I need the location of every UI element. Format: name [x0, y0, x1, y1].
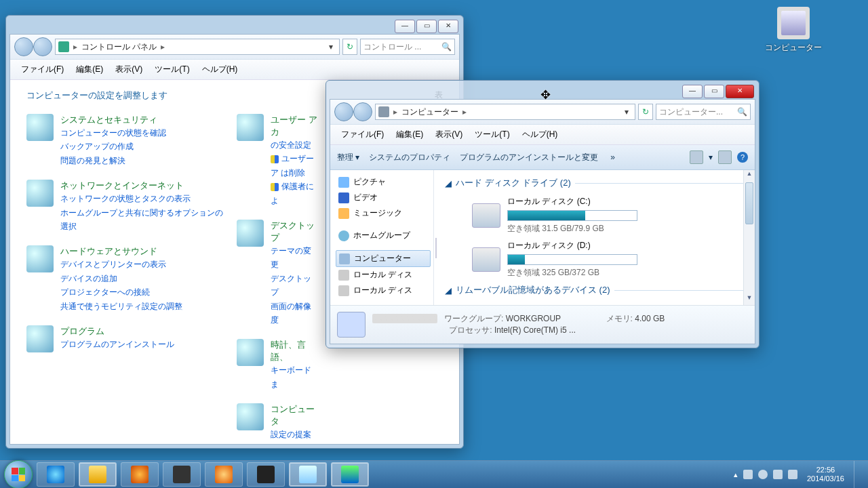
taskbar-clock[interactable]: 22:56 2014/03/16 — [807, 466, 844, 483]
titlebar[interactable]: — ▭ ✕ — [9, 19, 460, 34]
tray-volume-icon[interactable] — [788, 470, 797, 479]
category-link[interactable]: ユーザー ア は削除 — [271, 152, 318, 180]
category-link[interactable]: デスクトップ — [271, 272, 318, 300]
menu-edit[interactable]: 編集(E) — [71, 62, 108, 77]
scroll-up-icon[interactable]: ▲ — [744, 170, 755, 181]
address-dropdown[interactable]: ▾ — [326, 42, 336, 52]
desktop-computer-icon[interactable]: コンピューター — [760, 7, 827, 54]
taskbar-media-player[interactable] — [121, 462, 159, 487]
category-link[interactable]: ネットワークの状態とタスクの表示 — [60, 192, 223, 205]
drive-name: ローカル ディスク (C:) — [507, 196, 637, 207]
category-link[interactable]: 画面の解像度 — [271, 300, 318, 327]
close-button[interactable]: ✕ — [726, 85, 754, 98]
help-icon[interactable]: ? — [737, 152, 748, 163]
preview-pane-icon[interactable] — [718, 150, 732, 164]
category-link[interactable]: キーボードま — [271, 363, 318, 391]
refresh-button[interactable]: ↻ — [638, 104, 653, 120]
forward-button[interactable] — [33, 37, 52, 56]
drive-c[interactable]: ローカル ディスク (C:) 空き領域 31.5 GB/79.9 GB — [472, 196, 748, 235]
group-removable[interactable]: ◢ リムーバブル記憶域があるデバイス (2) — [445, 284, 748, 296]
nav-homegroup[interactable]: ホームグループ — [336, 228, 431, 243]
category-title[interactable]: ユーザー アカ — [271, 114, 318, 138]
close-button[interactable]: ✕ — [438, 20, 458, 33]
menu-edit[interactable]: 編集(E) — [391, 127, 429, 142]
menu-tools[interactable]: ツール(T) — [149, 62, 195, 77]
category-title[interactable]: デスクトップ — [271, 220, 318, 244]
category-link[interactable]: バックアップの作成 — [60, 140, 166, 153]
chevron-down-icon[interactable]: ▾ — [709, 152, 713, 162]
category-title[interactable]: ネットワークとインターネット — [60, 180, 223, 192]
taskbar-control-panel[interactable] — [331, 462, 369, 487]
refresh-button[interactable]: ↻ — [342, 39, 357, 55]
cp-category: 時計、言語、キーボードま — [237, 339, 318, 391]
taskbar-notepad[interactable] — [289, 462, 327, 487]
category-link[interactable]: 共通で使うモビリティ設定の調整 — [60, 300, 182, 313]
taskbar-firefox[interactable] — [205, 462, 243, 487]
address-bar[interactable]: ▸ コントロール パネル ▸ ▾ — [55, 39, 340, 55]
category-title[interactable]: プログラム — [60, 325, 174, 338]
menu-view[interactable]: 表示(V) — [430, 127, 468, 142]
menu-help[interactable]: ヘルプ(H) — [197, 62, 243, 77]
scroll-down-icon[interactable]: ▼ — [744, 294, 755, 305]
category-link[interactable]: 問題の発見と解決 — [60, 154, 166, 167]
category-link[interactable]: プロジェクターへの接続 — [60, 285, 182, 299]
maximize-button[interactable]: ▭ — [416, 20, 437, 33]
nav-drive-c[interactable]: ローカル ディス — [336, 267, 431, 283]
taskbar-explorer[interactable] — [79, 462, 117, 487]
address-dropdown[interactable]: ▾ — [621, 107, 632, 117]
toolbar-overflow[interactable]: » — [610, 152, 615, 162]
nav-pictures[interactable]: ピクチャ — [336, 174, 431, 190]
taskbar-app-1[interactable] — [163, 462, 201, 487]
tray-icon[interactable] — [758, 470, 768, 479]
menu-tools[interactable]: ツール(T) — [469, 127, 515, 142]
nav-drive-d[interactable]: ローカル ディス — [336, 283, 431, 298]
category-link[interactable]: デバイスとプリンターの表示 — [60, 258, 182, 271]
vertical-scrollbar[interactable]: ▲ ▼ — [743, 170, 755, 305]
category-link[interactable]: コンピューターの状態を確認 — [60, 126, 166, 140]
start-button[interactable] — [4, 460, 33, 488]
drive-icon — [472, 203, 500, 228]
category-link[interactable]: 保護者によ — [271, 180, 318, 207]
system-properties-button[interactable]: システムのプロパティ — [369, 152, 450, 163]
taskbar-app-2[interactable] — [247, 462, 285, 487]
tray-network-icon[interactable] — [773, 470, 783, 479]
forward-button[interactable] — [353, 102, 372, 121]
category-link[interactable]: 設定の提案の — [271, 428, 318, 444]
category-link[interactable]: ホームグループと共有に関するオプションの選択 — [60, 206, 223, 234]
category-link[interactable]: の安全設定 — [271, 138, 318, 152]
search-box[interactable]: コンピューター... 🔍 — [656, 104, 751, 120]
back-button[interactable] — [14, 37, 33, 56]
group-hdd[interactable]: ◢ ハード ディスク ドライブ (2) — [445, 177, 748, 189]
menu-help[interactable]: ヘルプ(H) — [517, 127, 564, 142]
nav-music[interactable]: ミュージック — [336, 205, 431, 221]
category-link[interactable]: プログラムのアンインストール — [60, 338, 174, 351]
menu-file[interactable]: ファイル(F) — [336, 127, 389, 142]
nav-computer[interactable]: コンピューター — [336, 250, 431, 267]
organize-button[interactable]: 整理 ▾ — [337, 152, 359, 163]
scroll-thumb[interactable] — [745, 182, 753, 224]
category-icon — [26, 325, 54, 352]
view-options-icon[interactable] — [690, 150, 703, 164]
search-box[interactable]: コントロール ... 🔍 — [360, 39, 455, 55]
minimize-button[interactable]: — — [682, 85, 703, 98]
tray-overflow-icon[interactable]: ▴ — [734, 470, 738, 479]
minimize-button[interactable]: — — [395, 20, 415, 33]
category-title[interactable]: コンピュータ — [271, 403, 318, 428]
uac-shield-icon — [271, 183, 279, 191]
back-button[interactable] — [334, 102, 353, 121]
menu-file[interactable]: ファイル(F) — [16, 62, 69, 77]
address-bar[interactable]: ▸ コンピューター ▸ ▾ — [375, 104, 635, 120]
maximize-button[interactable]: ▭ — [704, 85, 724, 98]
taskbar-ie[interactable] — [37, 462, 75, 487]
uninstall-programs-button[interactable]: プログラムのアンインストールと変更 — [460, 152, 598, 163]
nav-videos[interactable]: ビデオ — [336, 190, 431, 205]
category-title[interactable]: 時計、言語、 — [271, 339, 318, 363]
category-link[interactable]: テーマの変更 — [271, 244, 318, 272]
drive-d[interactable]: ローカル ディスク (D:) 空き領域 325 GB/372 GB — [472, 240, 748, 279]
show-desktop-button[interactable] — [854, 461, 864, 488]
menu-view[interactable]: 表示(V) — [110, 62, 148, 77]
category-title[interactable]: ハードウェアとサウンド — [60, 245, 182, 258]
category-link[interactable]: デバイスの追加 — [60, 272, 182, 285]
tray-flag-icon[interactable] — [743, 470, 753, 479]
category-title[interactable]: システムとセキュリティ — [60, 114, 166, 126]
